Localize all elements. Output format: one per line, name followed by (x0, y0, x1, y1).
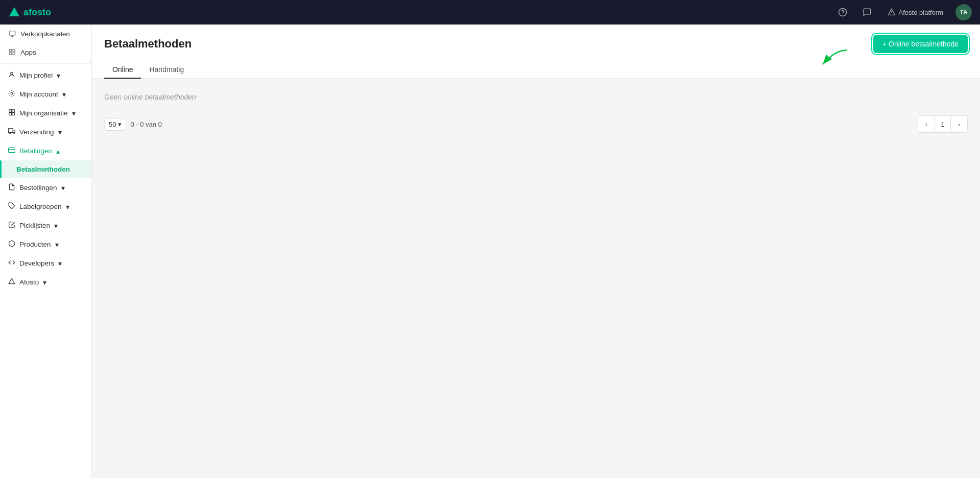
payment-icon (8, 147, 15, 155)
sidebar-item-labelgroepen[interactable]: Labelgroepen ▾ (0, 197, 91, 216)
pagination-bar: 50 ▾ 0 - 0 van 0 ‹ 1 › (104, 115, 968, 133)
sidebar-item-verzending[interactable]: Verzending ▾ (0, 123, 91, 141)
platform-menu[interactable]: Afosto platform (883, 6, 947, 18)
orders-icon (8, 183, 15, 192)
sidebar: Verkoopkanalen Apps Mijn profiel ▾ Mijn … (0, 25, 92, 478)
help-button[interactable] (834, 4, 851, 20)
sidebar-label-betaalmethoden: Betaalmethoden (16, 165, 70, 173)
svg-rect-9 (10, 50, 12, 52)
logo[interactable]: afosto (8, 6, 51, 18)
svg-rect-23 (9, 148, 15, 152)
svg-rect-18 (12, 113, 15, 115)
page-title: Betaalmethoden (104, 37, 192, 51)
sidebar-item-mijn-account[interactable]: Mijn account ▾ (0, 85, 91, 104)
sidebar-label-apps: Apps (20, 49, 36, 56)
topbar-right: Afosto platform TA (834, 4, 972, 20)
svg-rect-19 (9, 129, 13, 133)
svg-marker-26 (9, 278, 15, 284)
tab-handmatig[interactable]: Handmatig (141, 61, 192, 79)
sidebar-label-verzending: Verzending (19, 128, 54, 136)
svg-rect-10 (13, 50, 15, 52)
sidebar-label-picklijsten: Picklijsten (19, 222, 50, 229)
chevron-down-icon: ▾ (66, 203, 69, 211)
sidebar-item-producten[interactable]: Producten ▾ (0, 235, 91, 254)
svg-point-21 (9, 132, 11, 134)
sidebar-label-mijn-account: Mijn account (19, 90, 58, 98)
sidebar-item-bestellingen[interactable]: Bestellingen ▾ (0, 178, 91, 197)
empty-state-message: Geen online betaalmethoden (104, 89, 968, 105)
user-avatar[interactable]: TA (955, 4, 972, 20)
sidebar-item-afosto[interactable]: Afosto ▾ (0, 273, 91, 292)
results-count: 0 - 0 van 0 (130, 121, 161, 128)
sidebar-label-afosto: Afosto (19, 278, 39, 286)
sidebar-label-mijn-organisatie: Mijn organisatie (19, 109, 68, 117)
chevron-down-icon: ▾ (57, 71, 60, 80)
topbar: afosto Afosto platform TA (0, 0, 980, 25)
chevron-down-icon: ▾ (118, 121, 122, 128)
products-icon (8, 240, 15, 249)
svg-rect-17 (9, 113, 12, 115)
svg-marker-20 (13, 130, 15, 133)
chevron-down-icon: ▾ (62, 90, 66, 99)
sidebar-label-bestellingen: Bestellingen (19, 184, 57, 192)
help-icon (838, 8, 847, 17)
sidebar-label-producten: Producten (19, 241, 51, 248)
chat-button[interactable] (859, 4, 875, 20)
pagination-controls: ‹ 1 › (918, 115, 968, 133)
current-page: 1 (935, 116, 951, 132)
svg-point-13 (11, 72, 13, 75)
svg-rect-15 (9, 110, 12, 112)
page-body: Geen online betaalmethoden 50 ▾ 0 - 0 va… (92, 79, 980, 478)
chevron-down-icon: ▾ (72, 109, 76, 117)
sidebar-item-mijn-organisatie[interactable]: Mijn organisatie ▾ (0, 104, 91, 123)
previous-page-button[interactable]: ‹ (918, 116, 935, 132)
sidebar-label-labelgroepen: Labelgroepen (19, 203, 62, 210)
chevron-up-icon: ▴ (56, 147, 60, 155)
chevron-down-icon: ▾ (43, 278, 46, 286)
chevron-down-icon: ▾ (55, 241, 59, 249)
sidebar-label-developers: Developers (19, 259, 54, 267)
chevron-down-icon: ▾ (58, 128, 62, 136)
warning-icon (888, 8, 896, 16)
add-payment-method-button[interactable]: + Online betaalmethode (873, 35, 968, 53)
per-page-select[interactable]: 50 ▾ (104, 118, 126, 131)
person-icon (8, 71, 15, 80)
tabs-bar: Online Handmatig (104, 61, 968, 78)
svg-rect-16 (12, 110, 15, 112)
next-page-button[interactable]: › (951, 116, 967, 132)
tab-online[interactable]: Online (104, 61, 141, 79)
page-header: Betaalmethoden + Online (92, 25, 980, 79)
platform-label: Afosto platform (899, 9, 943, 16)
sidebar-divider-1 (0, 63, 91, 64)
sidebar-item-betalingen[interactable]: Betalingen ▴ (0, 141, 91, 160)
svg-rect-12 (10, 53, 12, 55)
logo-text: afosto (23, 7, 51, 18)
store-icon (8, 30, 16, 38)
sidebar-item-picklijsten[interactable]: Picklijsten ▾ (0, 216, 91, 235)
sidebar-label-mijn-profiel: Mijn profiel (19, 71, 53, 79)
chevron-down-icon: ▾ (54, 222, 58, 230)
sidebar-item-apps[interactable]: Apps (0, 43, 91, 61)
sidebar-item-betaalmethoden[interactable]: Betaalmethoden (0, 160, 91, 178)
shipping-icon (8, 128, 15, 136)
pick-icon (8, 221, 15, 230)
svg-rect-11 (13, 53, 15, 55)
apps-icon (8, 48, 16, 56)
per-page-value: 50 (109, 121, 116, 128)
sidebar-item-verkoopkanalen[interactable]: Verkoopkanalen (0, 25, 91, 43)
svg-point-22 (13, 132, 14, 134)
content-area: Betaalmethoden + Online (92, 25, 980, 478)
sidebar-item-developers[interactable]: Developers ▾ (0, 254, 91, 273)
org-icon (8, 109, 15, 117)
sidebar-label-verkoopkanalen: Verkoopkanalen (20, 30, 70, 38)
afosto-logo-icon (8, 6, 20, 18)
chevron-down-icon: ▾ (61, 184, 65, 192)
sidebar-label-betalingen: Betalingen (19, 147, 52, 155)
afosto-triangle-icon (8, 278, 15, 286)
main-layout: Verkoopkanalen Apps Mijn profiel ▾ Mijn … (0, 25, 980, 478)
account-settings-icon (8, 90, 15, 99)
chevron-down-icon: ▾ (58, 259, 62, 268)
code-icon (8, 259, 15, 268)
sidebar-item-mijn-profiel[interactable]: Mijn profiel ▾ (0, 66, 91, 85)
svg-rect-6 (9, 31, 15, 35)
